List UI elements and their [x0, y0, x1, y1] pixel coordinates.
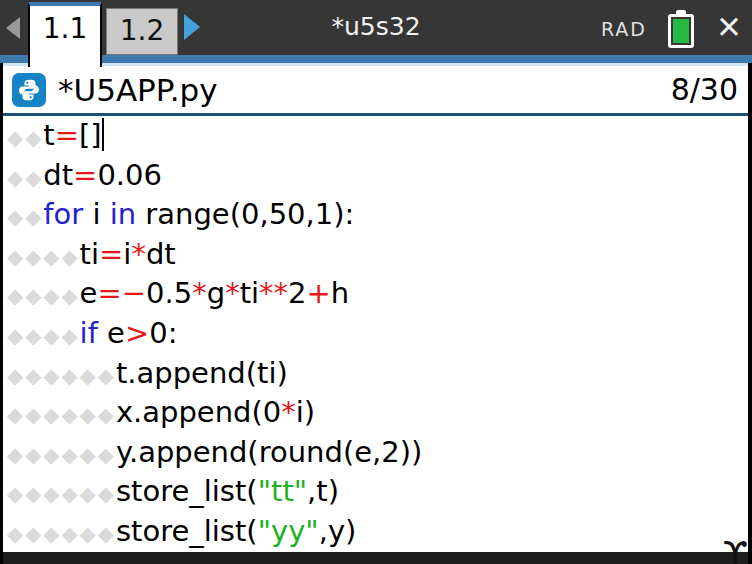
code-line[interactable]: ◆◆t=[] [3, 116, 748, 156]
tab-page-1-1[interactable]: 1.1 [28, 2, 102, 67]
indent-diamond-icons: ◆◆◆◆◆◆ [7, 443, 116, 467]
frame-border-left [0, 63, 3, 564]
code-line[interactable]: ◆◆◆◆e=−0.5*g*ti**2+h [3, 274, 748, 314]
code-token: 2 [288, 276, 306, 310]
code-token: ** [259, 276, 288, 310]
line-counter: 8/30 [671, 72, 738, 107]
battery-body [668, 14, 694, 48]
code-token: in [110, 197, 136, 231]
code-line[interactable]: ◆◆dt=0.06 [3, 156, 748, 196]
code-token: = [73, 158, 97, 192]
code-token: ,y) [319, 514, 357, 548]
indent-diamond-icons: ◆◆◆◆◆◆ [7, 482, 116, 506]
code-token: = [55, 118, 79, 152]
indent-diamond-icons: ◆◆◆◆◆◆ [7, 364, 116, 388]
indent-diamond-icons: ◆◆◆◆ [7, 324, 80, 348]
indent-diamond-icons: ◆◆◆◆◆◆ [7, 403, 116, 427]
code-token: = [97, 276, 121, 310]
code-token: ti [80, 237, 99, 271]
code-token: + [307, 276, 331, 310]
code-token: * [192, 276, 207, 310]
code-token: > [125, 316, 149, 350]
code-token: e [80, 276, 98, 310]
indent-diamond-icons: ◆◆◆◆ [7, 245, 80, 269]
code-token: range(0,50,1): [136, 197, 354, 231]
indent-diamond-icons: ◆◆◆◆◆◆ [7, 522, 116, 546]
code-lines: ◆◆t=[]◆◆dt=0.06◆◆for i in range(0,50,1):… [3, 116, 748, 552]
tab-label: 1.2 [120, 14, 165, 47]
scroll-more-indicator-icon[interactable]: ϒ [723, 537, 748, 564]
indent-diamond-icons: ◆◆◆◆ [7, 284, 80, 308]
code-token: ti [240, 276, 259, 310]
code-token: "tt" [258, 474, 307, 508]
code-token: * [281, 395, 296, 429]
code-token: 0: [149, 316, 177, 350]
code-line[interactable]: ◆◆◆◆◆◆store_list("yy",y) [3, 512, 748, 552]
code-token: y.append(round(e,2)) [116, 435, 422, 469]
code-token: * [225, 276, 240, 310]
code-token: h [331, 276, 349, 310]
page-back-arrow-icon[interactable] [6, 17, 20, 39]
file-title-bar: *U5APP.py 8/30 [3, 66, 748, 113]
code-line[interactable]: ◆◆◆◆◆◆y.append(round(e,2)) [3, 433, 748, 473]
tab-label: 1.1 [43, 12, 88, 45]
frame-border-right [748, 63, 752, 564]
text-cursor [102, 118, 104, 151]
file-name: *U5APP.py [58, 72, 671, 108]
code-token: t [43, 118, 54, 152]
code-token: if [80, 316, 98, 350]
code-token: e [98, 316, 125, 350]
code-token: ,t) [307, 474, 339, 508]
close-icon[interactable]: ✕ [716, 10, 742, 44]
angle-mode-indicator: RAD [601, 18, 647, 40]
code-line[interactable]: ◆◆for i in range(0,50,1): [3, 195, 748, 235]
code-token: 0.06 [97, 158, 162, 192]
code-token: g [207, 276, 225, 310]
indent-diamond-icons: ◆◆ [7, 126, 43, 150]
code-token: − [122, 276, 146, 310]
accent-bar [0, 55, 752, 63]
code-line[interactable]: ◆◆◆◆ti=i*dt [3, 235, 748, 275]
code-token: i [83, 197, 110, 231]
indent-diamond-icons: ◆◆ [7, 166, 43, 190]
code-line[interactable]: ◆◆◆◆◆◆store_list("tt",t) [3, 472, 748, 512]
code-token: "yy" [258, 514, 319, 548]
page-forward-arrow-icon[interactable] [184, 14, 200, 40]
code-token: i) [296, 395, 315, 429]
code-token: for [43, 197, 83, 231]
code-token: store_list( [116, 474, 258, 508]
indent-diamond-icons: ◆◆ [7, 205, 43, 229]
code-token: x.append(0 [116, 395, 281, 429]
code-token: = [99, 237, 123, 271]
battery-charge-level [673, 19, 689, 43]
code-token: [] [79, 118, 102, 152]
code-token: t.append(ti) [116, 356, 288, 390]
code-token: store_list( [116, 514, 258, 548]
frame-border-bottom [0, 552, 752, 564]
code-token: * [131, 237, 146, 271]
code-token: dt [146, 237, 176, 271]
tab-page-1-2[interactable]: 1.2 [106, 8, 178, 55]
code-line[interactable]: ◆◆◆◆if e>0: [3, 314, 748, 354]
battery-icon [668, 10, 694, 48]
python-icon [12, 73, 46, 107]
code-token: dt [43, 158, 73, 192]
code-line[interactable]: ◆◆◆◆◆◆t.append(ti) [3, 354, 748, 394]
code-token: 0.5 [146, 276, 192, 310]
python-editor[interactable]: ◆◆t=[]◆◆dt=0.06◆◆for i in range(0,50,1):… [3, 116, 748, 552]
calculator-screen: 1.1 1.2 *u5s32 RAD ✕ *U5APP.py 8/30 ◆◆t=… [0, 0, 752, 564]
code-line[interactable]: ◆◆◆◆◆◆x.append(0*i) [3, 393, 748, 433]
